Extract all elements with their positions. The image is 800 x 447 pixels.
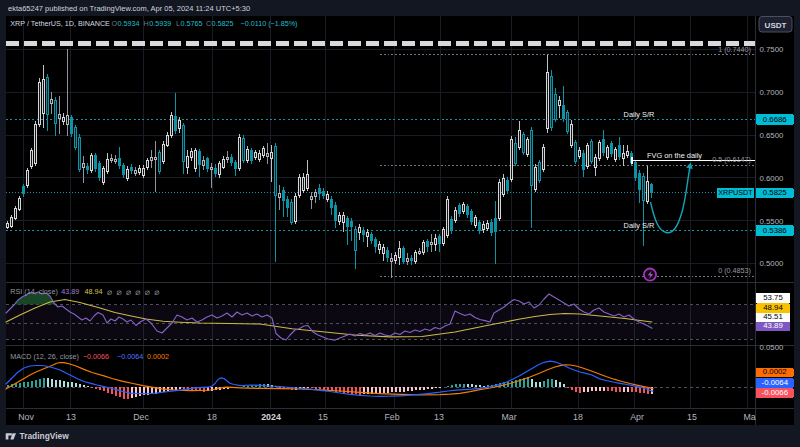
svg-text:XRPUSDT: XRPUSDT <box>718 188 753 197</box>
svg-text:Feb: Feb <box>384 412 399 422</box>
svg-text:48.94: 48.94 <box>84 287 102 296</box>
svg-text:Mar: Mar <box>501 412 516 422</box>
svg-text:ekta65247 published on Trading: ekta65247 published on TradingView.com, … <box>8 4 250 13</box>
svg-text:XRP / TetherUS, 1D, BINANCE: XRP / TetherUS, 1D, BINANCE <box>10 19 110 28</box>
svg-text:0.5500: 0.5500 <box>760 217 785 226</box>
svg-text:13: 13 <box>434 412 444 422</box>
svg-text:−0.0110 (−1.85%): −0.0110 (−1.85%) <box>241 19 298 28</box>
svg-text:TradingView: TradingView <box>20 431 70 441</box>
svg-text:0.5386: 0.5386 <box>763 226 787 235</box>
svg-text:0.0002: 0.0002 <box>763 367 787 376</box>
svg-text:0.5000: 0.5000 <box>760 259 785 268</box>
svg-text:USDT: USDT <box>765 21 787 30</box>
svg-text:0.0002: 0.0002 <box>147 352 169 361</box>
svg-text:L: L <box>176 19 180 28</box>
svg-text:C: C <box>206 19 211 28</box>
svg-text:15: 15 <box>687 412 697 422</box>
svg-text:43.89: 43.89 <box>763 321 783 330</box>
svg-text:⌀: ⌀ <box>107 287 112 297</box>
svg-text:⌀: ⌀ <box>135 287 140 297</box>
svg-text:Ma: Ma <box>744 412 756 422</box>
svg-text:0.5765: 0.5765 <box>180 19 202 28</box>
svg-text:−0.0066: −0.0066 <box>83 352 109 361</box>
svg-text:2024: 2024 <box>261 412 281 422</box>
svg-text:0.6686: 0.6686 <box>763 115 787 124</box>
svg-text:0.7500: 0.7500 <box>760 45 785 54</box>
svg-text:0.0500: 0.0500 <box>760 343 785 352</box>
svg-text:0.5939: 0.5939 <box>149 19 171 28</box>
svg-text:48.94: 48.94 <box>763 303 783 312</box>
svg-text:Daily S/R: Daily S/R <box>624 221 655 230</box>
svg-text:RSI (14, close): RSI (14, close) <box>10 287 58 296</box>
svg-text:H: H <box>144 19 149 28</box>
svg-text:1 (0.7440): 1 (0.7440) <box>718 45 751 54</box>
svg-text:0.5934: 0.5934 <box>117 19 139 28</box>
svg-text:15: 15 <box>318 412 328 422</box>
svg-text:Dec: Dec <box>133 412 149 422</box>
svg-text:⌀: ⌀ <box>117 287 122 297</box>
svg-text:0.5825: 0.5825 <box>212 19 234 28</box>
svg-text:0.5825: 0.5825 <box>763 188 788 197</box>
svg-text:45.51: 45.51 <box>763 312 783 321</box>
svg-text:18: 18 <box>207 412 217 422</box>
svg-text:Daily S/R: Daily S/R <box>624 110 655 119</box>
svg-text:13: 13 <box>66 412 76 422</box>
svg-text:18: 18 <box>573 412 583 422</box>
svg-text:MACD (12, 26, close): MACD (12, 26, close) <box>10 352 79 361</box>
svg-text:-0.0064: -0.0064 <box>762 378 789 387</box>
svg-text:0.7000: 0.7000 <box>760 88 785 97</box>
svg-text:−0.0064: −0.0064 <box>117 352 143 361</box>
svg-text:-0.0066: -0.0066 <box>762 388 788 397</box>
svg-text:Nov: Nov <box>18 412 34 422</box>
svg-text:0.6000: 0.6000 <box>760 174 785 183</box>
svg-text:0.6500: 0.6500 <box>760 131 785 140</box>
svg-text:FVG on the daily: FVG on the daily <box>647 151 702 160</box>
svg-text:⌀: ⌀ <box>154 287 159 297</box>
svg-text:0 (0.4853): 0 (0.4853) <box>718 266 751 275</box>
svg-text:53.75: 53.75 <box>763 293 783 302</box>
svg-text:Apr: Apr <box>630 412 644 422</box>
svg-text:⌀: ⌀ <box>126 287 131 297</box>
svg-text:0.5 (0.6147): 0.5 (0.6147) <box>712 155 751 164</box>
svg-text:⌀: ⌀ <box>145 287 150 297</box>
svg-text:43.89: 43.89 <box>61 287 79 296</box>
